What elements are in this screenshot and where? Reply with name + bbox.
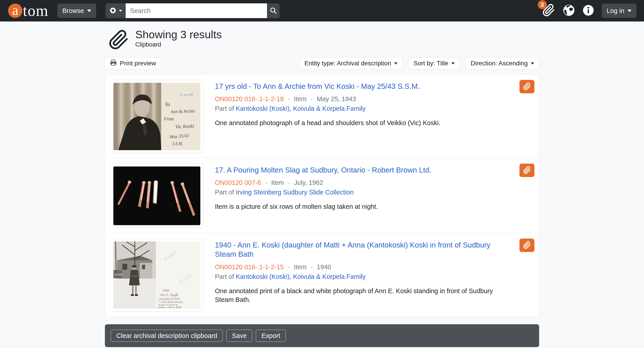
export-button[interactable]: Export — [256, 330, 286, 342]
result-meta: ON00120 016-.1-1-2-15 · Item · 1940 — [215, 263, 512, 271]
results-list: 17 yrs old To Ann & Archie From Vic Kosk… — [105, 74, 539, 317]
paperclip-icon — [108, 30, 129, 51]
level-of-description: Item — [294, 95, 306, 103]
thumbnail-annotation: Vic Koski — [175, 123, 194, 130]
thumbnail-annotation: Ann E. Koski — [159, 293, 178, 297]
result-description: One annotated photograph of a head and s… — [215, 119, 512, 127]
clipboard-actions-bar: Clear archival description clipboard Sav… — [105, 324, 539, 347]
part-of-link[interactable]: Kantokoski (Koski), Koivula & Korpela Fa… — [236, 105, 366, 112]
result-body: 1940 - Ann E. Koski (daughter of Matti +… — [215, 239, 512, 311]
search-icon — [270, 7, 277, 15]
login-button[interactable]: Log in — [602, 4, 636, 18]
result-body: 17 yrs old - To Ann & Archie from Vic Ko… — [215, 80, 512, 153]
meta-separator: · — [310, 263, 313, 271]
part-of-prefix: Part of — [215, 189, 234, 196]
thumbnail-annotation: S.S.M. — [172, 141, 183, 146]
result-date: July, 1962 — [294, 179, 323, 186]
clipboard-nav-button[interactable]: 3 — [542, 4, 555, 18]
meta-separator: · — [288, 179, 290, 186]
result-thumbnail[interactable] — [110, 164, 203, 228]
result-thumbnail[interactable]: STEAM — [110, 239, 203, 311]
result-thumbnail[interactable]: 17 yrs old To Ann & Archie From Vic Kosk… — [110, 80, 203, 153]
search-submit-button[interactable] — [267, 3, 280, 18]
result-body: 17. A Pouring Molten Slag at Sudbury, On… — [215, 164, 512, 228]
header-text: Showing 3 results Clipboard — [135, 28, 222, 48]
meta-separator: · — [288, 95, 290, 103]
result-title-link[interactable]: 1940 - Ann E. Koski (daughter of Matti +… — [215, 240, 512, 259]
reference-code: ON00120 016-.1-1-2-19 — [215, 95, 284, 103]
chevron-down-icon — [87, 10, 91, 12]
atom-logo[interactable]: a tom — [8, 0, 48, 22]
part-of-link[interactable]: Irving Steinberg Sudbury Slide Collectio… — [236, 189, 354, 196]
remove-from-clipboard-button[interactable] — [520, 239, 534, 252]
entity-type-dropdown[interactable]: Entity type: Archival description — [300, 57, 403, 69]
thumbnail-annotation: From — [164, 116, 174, 121]
direction-dropdown[interactable]: Direction: Ascending — [466, 57, 539, 69]
paperclip-icon — [523, 82, 531, 91]
entity-type-label: Entity type: Archival description — [304, 60, 391, 67]
printer-icon — [110, 59, 117, 68]
thumbnail-annotation: To — [165, 101, 170, 107]
page-subtitle: Clipboard — [135, 41, 222, 48]
result-title-link[interactable]: 17. A Pouring Molten Slag at Sudbury, On… — [215, 165, 431, 175]
toolbar-filters: Entity type: Archival description Sort b… — [300, 57, 539, 69]
thumbnail-annotation: Sudbury Steam Bath — [158, 305, 181, 309]
thumbnail-annotation: 1940 — [162, 288, 169, 292]
language-menu-button[interactable] — [563, 4, 575, 17]
thumbnail-annotation: Ann & Archie — [170, 108, 195, 114]
meta-separator: · — [310, 95, 313, 103]
logo-text: tom — [23, 0, 48, 22]
search-group — [106, 3, 280, 18]
part-of-prefix: Part of — [215, 105, 234, 112]
result-row: STEAM — [105, 233, 539, 316]
meta-separator: · — [265, 179, 267, 186]
level-of-description: Item — [271, 179, 284, 186]
reference-code: ON00120 007-6 — [215, 179, 261, 186]
quick-links-button[interactable] — [582, 5, 594, 17]
save-button[interactable]: Save — [226, 330, 252, 342]
paperclip-icon — [523, 166, 531, 175]
info-icon — [582, 5, 594, 17]
result-row: 17. A Pouring Molten Slag at Sudbury, On… — [105, 158, 539, 233]
print-preview-label: Print preview — [120, 60, 156, 67]
toolbar: Print preview Entity type: Archival desc… — [105, 57, 539, 69]
part-of-line: Part of Kantokoski (Koski), Koivula & Ko… — [215, 105, 512, 112]
navbar: a tom Browse 3 — [0, 0, 644, 22]
chevron-down-icon — [531, 63, 534, 65]
part-of-prefix: Part of — [215, 273, 234, 280]
result-date: May 25, 1943 — [317, 95, 356, 103]
print-preview-button[interactable]: Print preview — [105, 57, 161, 69]
remove-from-clipboard-button[interactable] — [520, 80, 534, 93]
chevron-down-icon — [394, 63, 397, 65]
search-input[interactable] — [126, 3, 267, 18]
navbar-right: 3 — [542, 4, 638, 18]
chevron-down-icon — [452, 63, 454, 65]
browse-label: Browse — [62, 7, 84, 15]
thumbnail-sign-text: STEAM — [114, 273, 122, 276]
level-of-description: Item — [294, 263, 306, 271]
paperclip-icon — [523, 241, 531, 250]
browse-menu-button[interactable]: Browse — [58, 4, 96, 18]
chevron-down-icon — [119, 10, 122, 12]
result-description: Item is a picture of six rows of molten … — [215, 202, 512, 211]
result-meta: ON00120 007-6 · Item · July, 1962 — [215, 179, 512, 186]
remove-from-clipboard-button[interactable] — [520, 164, 534, 177]
gear-icon — [109, 7, 117, 15]
result-row: 17 yrs old To Ann & Archie From Vic Kosk… — [105, 75, 539, 158]
result-meta: ON00120 016-.1-1-2-19 · Item · May 25, 1… — [215, 95, 512, 103]
chevron-down-icon — [628, 10, 632, 12]
search-options-button[interactable] — [106, 3, 126, 18]
result-description: One annotated print of a black and white… — [215, 287, 512, 304]
logo-a-mark: a — [8, 4, 22, 18]
result-title-link[interactable]: 17 yrs old - To Ann & Archie from Vic Ko… — [215, 82, 420, 91]
part-of-link[interactable]: Kantokoski (Koski), Koivula & Korpela Fa… — [236, 273, 366, 280]
clear-clipboard-button[interactable]: Clear archival description clipboard — [111, 330, 223, 342]
globe-icon — [563, 4, 575, 17]
meta-separator: · — [288, 263, 290, 271]
thumbnail-annotation: (daughter of Matti — [158, 297, 180, 300]
login-label: Log in — [607, 7, 624, 15]
page-header: Showing 3 results Clipboard — [105, 28, 539, 51]
main-content: Showing 3 results Clipboard Print previe… — [105, 28, 539, 347]
sort-by-dropdown[interactable]: Sort by: Title — [408, 57, 460, 69]
result-date: 1940 — [317, 263, 332, 271]
